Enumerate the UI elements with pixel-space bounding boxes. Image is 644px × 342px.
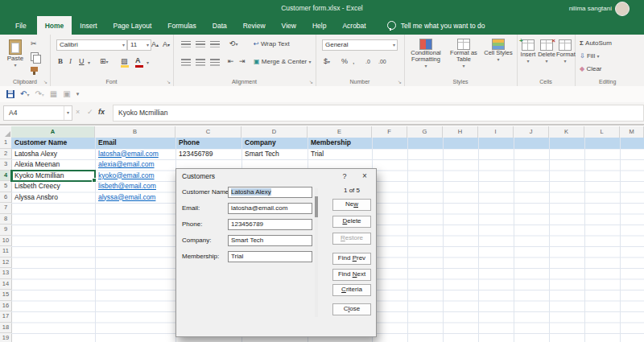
save-icon[interactable] [6, 90, 14, 98]
row-header-3[interactable]: 3 [0, 159, 12, 171]
row-header-13[interactable]: 13 [0, 268, 12, 279]
borders-icon[interactable]: ⊞▾ [100, 57, 109, 66]
name-box[interactable]: A4 ▾ [3, 105, 72, 121]
dialog-help-button[interactable]: ? [337, 171, 352, 182]
header-cell-email[interactable]: Email [95, 138, 175, 149]
underline-button[interactable]: U [79, 57, 85, 65]
tab-review[interactable]: Review [235, 16, 274, 35]
comma-format-icon[interactable]: , [353, 57, 355, 65]
row-header-16[interactable]: 16 [0, 301, 12, 312]
currency-format-icon[interactable]: $▾ [324, 57, 330, 66]
row-header-1[interactable]: 1 [0, 138, 12, 149]
number-dialog-launcher-icon[interactable]: ↘ [398, 79, 402, 84]
column-header-K[interactable]: K [549, 126, 584, 138]
font-name-select[interactable]: Calibri ▾ [56, 39, 127, 51]
redo-icon[interactable]: ↷▾ [35, 89, 43, 100]
row-header-7[interactable]: 7 [0, 203, 12, 214]
cell-b3[interactable]: alexia@email.com [95, 159, 175, 171]
cell-c2[interactable]: 123456789 [175, 149, 242, 160]
align-top-icon[interactable] [181, 41, 191, 48]
cell-b4[interactable]: kyoko@email.com [95, 171, 175, 182]
row-header-5[interactable]: 5 [0, 181, 12, 192]
row-header-6[interactable]: 6 [0, 192, 12, 204]
enter-icon[interactable]: ✓ [87, 105, 93, 119]
increase-font-icon[interactable]: A▴ [151, 40, 159, 49]
decrease-font-icon[interactable]: A▾ [163, 40, 170, 49]
dialog-scrollbar[interactable] [315, 188, 318, 317]
row-header-2[interactable]: 2 [0, 149, 12, 160]
cell-a6[interactable]: Alyssa Ansbro [11, 192, 95, 204]
alignment-dialog-launcher-icon[interactable]: ↘ [309, 79, 313, 84]
conditional-formatting-button[interactable]: Conditional Formatting ▾ [407, 39, 444, 68]
row-header-18[interactable]: 18 [0, 323, 12, 334]
align-right-icon[interactable] [210, 59, 220, 66]
delete-button[interactable]: Delete [332, 216, 371, 228]
format-cells-button[interactable]: Format ▾ [556, 39, 574, 64]
freeze-panes-icon[interactable]: ▣ [63, 89, 70, 99]
align-center-icon[interactable] [196, 59, 205, 66]
italic-button[interactable]: I [69, 57, 72, 65]
criteria-button[interactable]: Criteria [332, 284, 371, 296]
increase-indent-icon[interactable]: ⇥ [239, 57, 246, 65]
delete-cells-button[interactable]: × Delete ▾ [538, 39, 555, 64]
number-format-select[interactable]: General ▾ [322, 39, 398, 51]
column-header-C[interactable]: C [175, 126, 242, 138]
merge-center-button[interactable]: ▣ Merge & Center ▾ [254, 58, 312, 65]
autosum-button[interactable]: Σ AutoSum [580, 39, 612, 47]
align-middle-icon[interactable] [196, 41, 205, 48]
avatar[interactable] [615, 2, 630, 16]
borders-qat-icon[interactable]: ▦ [50, 89, 57, 99]
paste-dropdown-icon[interactable]: ▾ [6, 62, 24, 68]
header-cell-customer-name[interactable]: Customer Name [11, 138, 95, 149]
cell-a5[interactable]: Lisbeth Creecy [11, 181, 95, 192]
insert-function-icon[interactable]: fx [98, 105, 105, 119]
dialog-close-icon[interactable]: × [357, 171, 372, 182]
fill-button[interactable]: ⇩ Fill ▾ [580, 52, 599, 60]
tab-file[interactable]: File [5, 16, 37, 35]
row-header-17[interactable]: 17 [0, 311, 12, 323]
row-header-10[interactable]: 10 [0, 236, 12, 247]
percent-format-icon[interactable]: % [341, 57, 348, 65]
underline-dropdown-icon[interactable]: ▾ [88, 60, 90, 65]
align-bottom-icon[interactable] [210, 41, 220, 48]
tab-home[interactable]: Home [37, 16, 72, 35]
tab-formulas[interactable]: Formulas [159, 16, 204, 35]
cell-b6[interactable]: alyssa@email.com [95, 192, 175, 204]
format-as-table-button[interactable]: Format as Table ▾ [446, 39, 481, 68]
row-header-12[interactable]: 12 [0, 258, 12, 269]
font-dialog-launcher-icon[interactable]: ↘ [167, 79, 171, 84]
column-header-D[interactable]: D [242, 126, 308, 138]
insert-cells-button[interactable]: + Insert ▾ [519, 39, 537, 64]
tab-view[interactable]: View [274, 16, 304, 35]
field-input-email[interactable]: latosha@email.com [228, 203, 312, 214]
align-left-icon[interactable] [181, 59, 191, 66]
account-user-name[interactable]: nilima sangtani [569, 5, 612, 12]
cell-styles-button[interactable]: Cell Styles ▾ [483, 39, 514, 62]
column-header-G[interactable]: G [407, 126, 443, 138]
row-header-14[interactable]: 14 [0, 279, 12, 290]
format-painter-icon[interactable] [31, 67, 38, 72]
clear-button[interactable]: ◆ Clear [580, 65, 602, 72]
select-all-button[interactable] [0, 126, 12, 138]
orientation-icon[interactable]: ⟲▾ [229, 39, 238, 48]
find-next-button[interactable]: Find Next [332, 269, 371, 281]
row-header-15[interactable]: 15 [0, 290, 12, 301]
field-input-company[interactable]: Smart Tech [228, 235, 312, 246]
new-button[interactable]: New [332, 199, 371, 211]
column-header-E[interactable]: E [308, 126, 372, 138]
field-input-customer-name[interactable]: Latosha Alexy [228, 187, 312, 198]
row-header-11[interactable]: 11 [0, 246, 12, 258]
column-header-I[interactable]: I [478, 126, 514, 138]
formula-bar-input[interactable]: Kyoko Mcmillian [113, 105, 644, 122]
column-header-M[interactable]: M [620, 126, 644, 138]
row-header-19[interactable]: 19 [0, 333, 12, 342]
tab-acrobat[interactable]: Acrobat [334, 16, 374, 35]
decrease-indent-icon[interactable]: ⇤ [228, 57, 234, 65]
field-input-membership[interactable]: Trial [228, 251, 312, 262]
increase-decimal-icon[interactable]: .0 [365, 58, 370, 66]
paste-button[interactable]: Paste ▾ [6, 39, 24, 68]
customize-qat-icon[interactable]: ▾ [76, 89, 80, 99]
header-cell-phone[interactable]: Phone [175, 138, 242, 149]
cell-e2[interactable]: Trial [308, 149, 372, 160]
tab-insert[interactable]: Insert [72, 16, 105, 35]
